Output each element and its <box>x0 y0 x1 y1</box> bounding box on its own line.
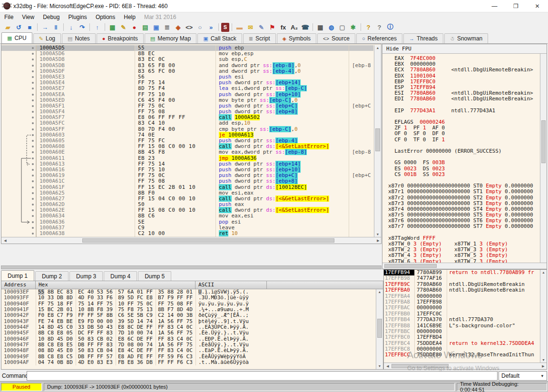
tab-symbols[interactable]: ◈Symbols <box>277 33 316 43</box>
register-line[interactable]: CS 001B SS 0023 <box>388 172 540 177</box>
dump-pane[interactable]: Address Hex ASCII 100093EF55 8B EC 83EC … <box>1 281 383 370</box>
crystal-ball-icon[interactable]: ◍ <box>326 23 336 32</box>
dump-tab-2[interactable]: Dump 2 <box>35 271 68 281</box>
stack-vertical-scrollbar[interactable]: ▲ ▼ <box>540 270 547 363</box>
scrollbar-thumb[interactable] <box>377 319 382 338</box>
command-input[interactable] <box>27 371 498 381</box>
dump-row[interactable]: 100093FF10 33 DB 8D4D F0 33 F689 5D FC E… <box>1 295 383 301</box>
disassembly-horizontal-scrollbar[interactable]: ◀ ▶ <box>1 237 382 244</box>
shortcut-help-icon[interactable]: ? <box>374 23 384 32</box>
disasm-row[interactable]: 1000A611EB 23jmp 1000A636 <box>1 156 373 161</box>
pane-splitter[interactable] <box>1 265 382 269</box>
tab-notes[interactable]: ▤Notes <box>62 33 96 43</box>
registers-vertical-scrollbar[interactable] <box>540 54 547 263</box>
disasm-row[interactable]: 1000A61FFF 15 EC 2B 01 10call dword ptr … <box>1 185 373 190</box>
tab-cpu[interactable]: ▦CPU <box>1 32 32 43</box>
scrollbar-thumb[interactable] <box>375 128 380 151</box>
disasm-row[interactable]: 1000A5FF80 7D F4 00cmp byte ptr ss:[ebp-… <box>1 127 373 132</box>
dump-tab-1[interactable]: Dump 1 <box>1 270 34 281</box>
calculator-icon[interactable]: ▦ <box>315 23 325 32</box>
script-icon[interactable]: ≣ <box>162 23 172 32</box>
handles-icon[interactable]: ☎ <box>300 23 310 32</box>
labels-icon[interactable]: ✎ <box>256 23 266 32</box>
source-icon[interactable]: <> <box>184 23 194 32</box>
step-into-icon[interactable]: ↓ <box>66 23 76 32</box>
scrollbar-thumb[interactable] <box>391 364 449 368</box>
scroll-left-icon[interactable]: ◀ <box>2 237 8 244</box>
command-mode-dropdown[interactable]: Default ▼ <box>499 371 547 381</box>
disasm-row[interactable]: 1000A61CFF 75 08push dword ptr ss:[ebp+8… <box>1 178 373 184</box>
scrollbar-thumb[interactable] <box>541 120 546 163</box>
scroll-right-icon[interactable]: ▶ <box>540 363 546 369</box>
stack-row[interactable]: 17EFFBB4777DA370ntdll.777DA370 <box>384 317 547 323</box>
registers-horizontal-scrollbar[interactable] <box>382 263 547 269</box>
disassembly-vertical-scrollbar[interactable]: ▲ ▼ <box>374 45 381 237</box>
register-line[interactable]: LastError 00000000 (ERROR_SUCCESS) <box>388 148 540 154</box>
step-out-icon[interactable]: ↑ <box>92 23 102 32</box>
dump-row[interactable]: 1000945F8B C8 E8 05DC FF FF 837D 10 00 7… <box>1 330 383 336</box>
dump-row[interactable]: 100094AF04 74 0B 8D4D E0 83 E3FB E8 36 D… <box>1 360 383 365</box>
pause-icon[interactable]: ‖ <box>51 23 61 32</box>
search-icon[interactable]: ○ <box>195 23 205 32</box>
memory-map-icon[interactable]: ▤ <box>140 23 150 32</box>
restart-icon[interactable]: ↺ <box>14 23 24 32</box>
stack-row[interactable]: 17EFFBA07780AB60ntdll.DbgUiRemoteBreakin <box>384 287 547 293</box>
menu-item-file[interactable]: File <box>0 13 18 21</box>
step-over-icon[interactable]: ↷ <box>77 23 87 32</box>
scroll-up-icon[interactable]: ▲ <box>374 45 381 51</box>
disasm-row[interactable]: 1000A5D883 EC 0Csub esp,C <box>1 57 373 62</box>
register-line[interactable]: EDI 7780AB60 <ntdll.DbgUiRemoteBreakin> <box>388 96 540 102</box>
scroll-down-icon[interactable]: ▼ <box>376 363 383 369</box>
tab-log[interactable]: ✎Log <box>33 33 61 43</box>
help-icon[interactable]: ? <box>363 23 373 32</box>
window-settings-icon[interactable]: ▢ <box>337 23 347 32</box>
dump-row[interactable]: 1000942FF0 E8 C7 F9FF FF 5F 8BC6 5E 5B C… <box>1 313 383 318</box>
scroll-up-icon[interactable]: ▲ <box>376 289 383 295</box>
references-icon[interactable]: » <box>206 23 216 32</box>
menu-item-view[interactable]: View <box>18 13 39 21</box>
breakpoint-icon[interactable]: ● <box>129 23 139 32</box>
disasm-row[interactable]: 1000A5FC83 C4 10add esp,10 <box>1 120 373 126</box>
menu-item-help[interactable]: Help <box>119 13 140 21</box>
symbols-icon[interactable]: ◈ <box>173 23 183 32</box>
disasm-row[interactable]: 1000A6348B C6mov eax,esi <box>1 213 373 219</box>
tab-script[interactable]: ≣Script <box>243 33 276 43</box>
stack-row[interactable]: 17EFFBC017EFFBD4 <box>384 334 547 340</box>
dump-tab-3[interactable]: Dump 3 <box>69 271 103 281</box>
disasm-row[interactable]: 1000A60E8B 45 F8mov eax,dword ptr ss:[eb… <box>1 149 373 155</box>
tab-snowman[interactable]: ☃Snowman <box>444 33 488 43</box>
bookmarks-icon[interactable]: ⚑ <box>267 23 277 32</box>
close-button[interactable]: ✕ <box>527 0 548 12</box>
dump-tab-5[interactable]: Dump 5 <box>138 271 171 281</box>
dump-vertical-scrollbar[interactable]: ▲ ▼ <box>376 289 383 369</box>
hide-fpu-button[interactable]: Hide FPU <box>382 44 547 54</box>
register-line[interactable]: CF 0 TF 0 IF 1 <box>388 137 540 143</box>
disasm-row[interactable]: 1000A5E78D 75 F4lea esi,dword ptr ss:[eb… <box>1 86 373 91</box>
minimize-button[interactable]: — <box>484 0 505 12</box>
about-icon[interactable]: ⓘ <box>385 23 395 32</box>
tab-call-stack[interactable]: ▣Call Stack <box>197 33 242 43</box>
scrollbar-thumb[interactable] <box>384 264 437 268</box>
stack-row[interactable]: 17EFFB987477AF16 <box>384 275 547 281</box>
menu-item-options[interactable]: Options <box>91 13 119 21</box>
call-stack-icon[interactable]: ▣ <box>151 23 161 32</box>
cpu-icon[interactable]: ▦ <box>108 23 117 32</box>
run-icon[interactable]: → <box>40 23 50 32</box>
open-file-icon[interactable]: ▰ <box>3 23 13 32</box>
disassembly-pane[interactable]: 1000A5D555push ebp1000A5D68B ECmov ebp,e… <box>1 44 382 244</box>
scroll-right-icon[interactable]: ▶ <box>375 237 381 244</box>
stack-pane[interactable]: 17EFFB947780AB99return to ntdll.7780AB99… <box>383 269 547 370</box>
patches-icon[interactable]: ▬ <box>235 23 245 32</box>
stop-icon[interactable]: ■ <box>25 23 35 32</box>
tab-source[interactable]: <>Source <box>317 33 355 43</box>
registers-pane[interactable]: Hide FPU EAX 7F4EC000 EBX 00000000 ECX 7… <box>382 44 547 269</box>
menu-item-debug[interactable]: Debug <box>39 13 64 21</box>
disasm-row[interactable]: 1000A6365Epop esi <box>1 219 373 225</box>
tab-threads[interactable]: →Threads <box>403 33 443 43</box>
dump-row[interactable]: 1000948F08 8D 45 E050 83 CB 04E8 4C DE F… <box>1 348 383 353</box>
tab-references[interactable]: ○References <box>356 33 402 43</box>
register-line[interactable]: x87r7 00000000000000000000 ST7 Empty 0.0… <box>388 224 540 229</box>
scroll-up-icon[interactable]: ▲ <box>540 270 547 275</box>
snowman-icon[interactable]: S <box>221 23 229 32</box>
log-icon[interactable]: ✎ <box>118 23 128 32</box>
